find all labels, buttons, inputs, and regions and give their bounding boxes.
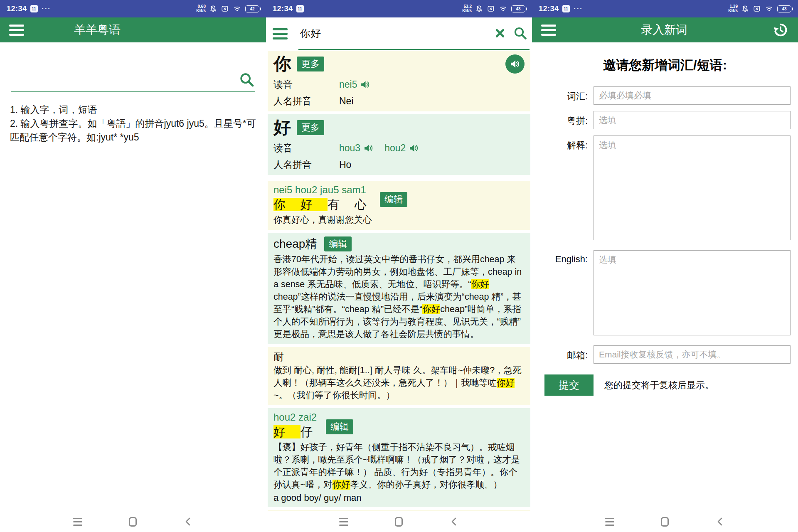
search-input[interactable] — [11, 60, 239, 91]
explanation-textarea[interactable] — [594, 135, 791, 240]
more-dots-icon: ··· — [574, 5, 583, 12]
result-word: 你 好 有 心 — [273, 196, 372, 213]
battery-icon: 43 — [511, 5, 525, 12]
form-heading: 邀请您新增词汇/短语: — [536, 57, 794, 74]
search-field[interactable]: 你好 — [298, 17, 530, 50]
pronunciation[interactable]: nei5 — [339, 79, 370, 90]
calendar-badge-icon: 11 — [562, 5, 570, 12]
name-pinyin-row: 人名拼音 Nei — [273, 95, 525, 108]
wifi-icon — [765, 5, 773, 12]
more-button[interactable]: 更多 — [297, 120, 324, 135]
instruction-line: 2. 输入粤拼查字。如「粤語」的拼音jyut6 jyu5。且星号*可匹配任意个字… — [10, 117, 256, 144]
page-title: 羊羊粤语 — [74, 22, 121, 38]
menu-icon[interactable] — [273, 28, 288, 39]
history-icon[interactable] — [772, 22, 789, 38]
network-speed: 1.39KB/s — [728, 5, 738, 13]
char-entry-card: 好 更多 读音 hou3 hou2 — [268, 114, 530, 175]
result-definition: 【褒】好孩子，好青年（侧重于指不沾染不良习气）。戒咗烟啦？系喇，噉先至系个~嘅样… — [273, 441, 525, 491]
results-list: 你 更多 读音 nei5 人名拼音 — [266, 50, 532, 511]
email-input[interactable] — [594, 345, 791, 364]
form-row-email: 邮箱: — [544, 345, 791, 364]
bell-muted-icon — [475, 5, 483, 12]
dict-home-content: 1. 输入字，词，短语 2. 输入粤拼查字。如「粤語」的拼音jyut6 jyu5… — [0, 42, 266, 511]
nav-home-icon[interactable] — [395, 517, 403, 527]
search-icon[interactable] — [513, 26, 528, 41]
app-bar: 羊羊粤语 — [0, 17, 266, 42]
nav-recents-icon[interactable] — [339, 518, 348, 526]
search-query-text[interactable]: 你好 — [300, 27, 487, 40]
jyutping-input[interactable] — [594, 111, 791, 129]
search-icon[interactable] — [239, 71, 255, 88]
nav-home-icon[interactable] — [129, 517, 137, 527]
app-bar: 录入新词 — [532, 17, 798, 42]
jyutping-label: 粤拼: — [544, 111, 588, 127]
speaker-icon[interactable] — [360, 79, 370, 90]
result-card: 耐 做到 耐心, 耐性, 能耐[1..] 耐人寻味 久。架车咁~仲未嚟?，急死人… — [268, 347, 530, 405]
english-textarea[interactable] — [594, 250, 791, 335]
result-definition: 香港70年代开始，读过英文中学的番书仔女，都兴用cheap 来形容做低端体力劳动… — [273, 253, 525, 340]
speaker-icon[interactable] — [409, 143, 419, 153]
jyutping-text: nei5 hou2 jau5 sam1 — [273, 184, 372, 196]
search-row — [11, 60, 255, 92]
form-row-explanation: 解释: — [544, 135, 791, 240]
edit-button[interactable]: 编辑 — [326, 419, 353, 434]
name-pinyin-label: 人名拼音 — [273, 95, 339, 108]
edit-button[interactable]: 编辑 — [324, 236, 352, 251]
submit-row: 提交 您的提交将于复核后显示。 — [544, 374, 791, 396]
name-pinyin-label: 人名拼音 — [273, 158, 339, 171]
menu-icon[interactable] — [541, 25, 556, 36]
form-row-english: English: — [544, 250, 791, 335]
pronunciation[interactable]: hou3 — [339, 143, 374, 154]
bell-muted-icon — [209, 5, 217, 12]
android-nav-bar — [266, 511, 532, 532]
nav-back-icon[interactable] — [183, 516, 193, 527]
reading-row: 读音 nei5 — [273, 78, 525, 91]
clock-text: 12:34 — [539, 5, 559, 13]
status-bar: 12:34 11 ··· 1.39KB/s 43 — [532, 0, 798, 17]
nav-recents-icon[interactable] — [605, 518, 614, 526]
clock-text: 12:34 — [7, 5, 27, 13]
network-speed: 0.60KB/s — [196, 5, 206, 13]
edit-button[interactable]: 编辑 — [380, 192, 407, 207]
nav-recents-icon[interactable] — [73, 518, 82, 526]
android-nav-bar — [532, 511, 798, 532]
reading-label: 读音 — [273, 78, 339, 91]
nav-home-icon[interactable] — [661, 517, 669, 527]
clock-text: 12:34 — [273, 5, 293, 13]
result-definition: 做到 耐心, 耐性, 能耐[1..] 耐人寻味 久。架车咁~仲未嚟?，急死人喇！… — [273, 364, 525, 401]
word-input[interactable] — [594, 86, 791, 105]
more-button[interactable]: 更多 — [297, 57, 324, 71]
result-card: hou2 zai2 好 仔 编辑 【褒】好孩子，好青年（侧重于指不沾染不良习气）… — [268, 408, 530, 507]
menu-icon[interactable] — [9, 25, 24, 36]
clear-icon[interactable] — [494, 27, 506, 39]
page-title: 录入新词 — [556, 22, 772, 38]
english-label: English: — [544, 250, 588, 265]
result-headword: 耐 — [273, 350, 284, 363]
form-row-word: 词汇: — [544, 86, 791, 105]
entry-character: 好 — [273, 117, 291, 138]
speaker-button[interactable] — [505, 54, 525, 74]
sim-disabled-icon — [753, 5, 761, 12]
submit-button[interactable]: 提交 — [544, 374, 594, 396]
pronunciation[interactable]: hou2 — [384, 143, 419, 154]
search-toolbar: 你好 — [266, 17, 532, 50]
nav-back-icon[interactable] — [449, 516, 459, 527]
app-root: 12:34 11 ··· 0.60KB/s 42 羊羊粤语 — [0, 0, 798, 532]
nav-back-icon[interactable] — [715, 516, 725, 527]
instruction-line: 1. 输入字，词，短语 — [10, 103, 256, 117]
status-bar: 12:34 11 53.2KB/s 43 — [266, 0, 532, 17]
speaker-icon — [510, 59, 520, 69]
reading-label: 读音 — [273, 142, 339, 155]
result-card: nei5 hou2 jau5 sam1 你 好 有 心 编辑 你真好心，真谢谢您… — [268, 181, 530, 230]
result-headword: cheap精 — [273, 236, 317, 252]
reading-row: 读音 hou3 hou2 — [273, 142, 525, 155]
screen-search-results: 12:34 11 53.2KB/s 43 你好 — [266, 0, 532, 532]
name-pinyin-value: Ho — [339, 159, 351, 170]
wifi-icon — [233, 5, 241, 12]
screen-dict-home: 12:34 11 ··· 0.60KB/s 42 羊羊粤语 — [0, 0, 266, 532]
wifi-icon — [499, 5, 507, 12]
battery-icon: 43 — [777, 5, 791, 12]
android-nav-bar — [0, 511, 266, 532]
name-pinyin-row: 人名拼音 Ho — [273, 158, 525, 171]
speaker-icon[interactable] — [363, 143, 374, 153]
